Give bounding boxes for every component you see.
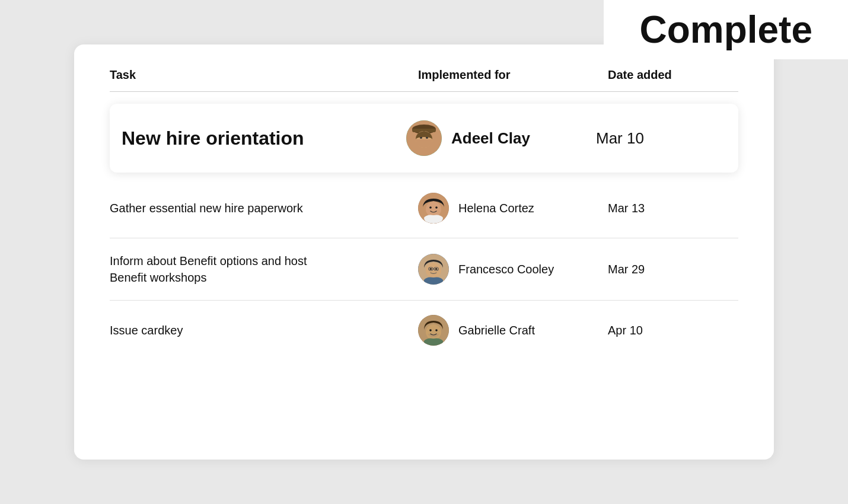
table-row: Inform about Benefit options and hostBen… [110, 238, 738, 301]
task-name: Issue cardkey [110, 322, 418, 339]
column-date-added: Date added [608, 68, 738, 82]
svg-point-7 [426, 202, 441, 217]
table-row: Issue cardkey [110, 301, 738, 360]
svg-point-8 [429, 206, 432, 209]
table-header: Task Implemented for Date added [110, 68, 738, 92]
person-cell: Francesco Cooley [418, 254, 608, 285]
avatar [418, 193, 449, 224]
avatar [418, 315, 449, 346]
date-text: Mar 29 [608, 263, 738, 276]
svg-point-15 [430, 268, 432, 270]
complete-badge: Complete [604, 0, 848, 59]
person-cell: Gabrielle Craft [418, 315, 608, 346]
task-name: Inform about Benefit options and hostBen… [110, 253, 418, 286]
featured-person-name: Adeel Clay [451, 129, 530, 148]
svg-point-20 [435, 329, 438, 331]
svg-point-9 [435, 206, 438, 209]
avatar [418, 254, 449, 285]
task-name: Gather essential new hire paperwork [110, 200, 418, 216]
date-text: Apr 10 [608, 324, 738, 337]
featured-avatar [406, 120, 442, 156]
person-name: Francesco Cooley [458, 263, 554, 276]
svg-point-19 [429, 329, 432, 331]
featured-date: Mar 10 [596, 129, 726, 148]
person-cell: Helena Cortez [418, 193, 608, 224]
person-name: Gabrielle Craft [458, 324, 535, 337]
svg-point-16 [435, 268, 437, 270]
column-task: Task [110, 68, 418, 82]
featured-person-cell: Adeel Clay [406, 120, 596, 156]
svg-point-11 [426, 263, 441, 278]
person-name: Helena Cortez [458, 202, 534, 215]
featured-task-name: New hire orientation [122, 127, 406, 149]
column-implemented-for: Implemented for [418, 68, 608, 82]
featured-row: New hire orientation [110, 104, 738, 173]
svg-point-18 [426, 324, 441, 340]
data-rows: Gather essential new hire paperwork [110, 178, 738, 360]
date-text: Mar 13 [608, 202, 738, 215]
main-card: Task Implemented for Date added New hire… [74, 44, 774, 460]
complete-label: Complete [639, 8, 812, 51]
table-row: Gather essential new hire paperwork [110, 178, 738, 238]
